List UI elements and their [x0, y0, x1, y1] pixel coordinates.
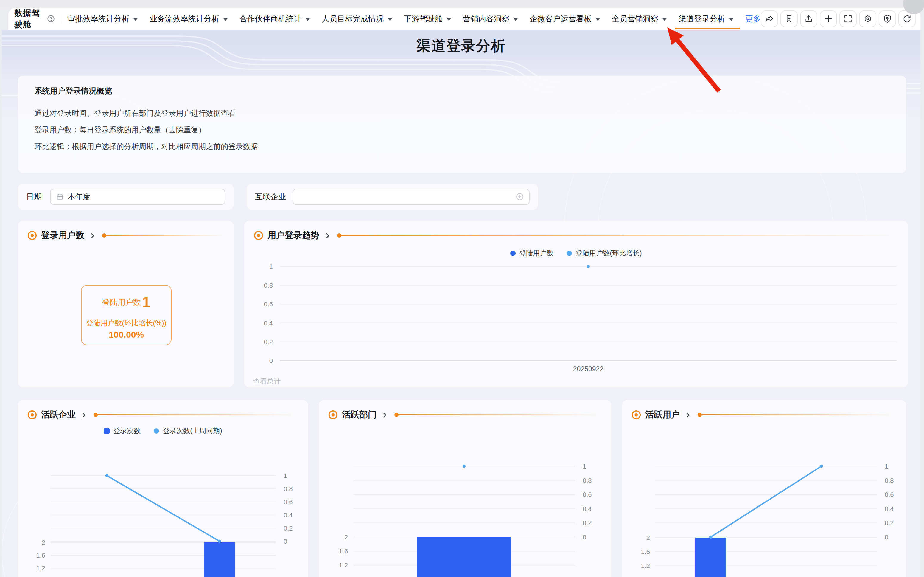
- caret-down-icon[interactable]: [729, 18, 734, 21]
- active-department-chart: 10.80.60.40.2021.61.20.80.40: [319, 400, 611, 577]
- caret-down-icon[interactable]: [387, 18, 393, 21]
- caret-down-icon[interactable]: [595, 18, 601, 21]
- caret-down-icon[interactable]: [133, 18, 138, 21]
- svg-text:1.6: 1.6: [339, 548, 348, 555]
- security-icon: [882, 14, 892, 24]
- svg-text:2: 2: [344, 533, 348, 541]
- svg-text:0.2: 0.2: [583, 519, 592, 527]
- svg-text:0.6: 0.6: [583, 491, 592, 498]
- svg-text:0: 0: [284, 538, 287, 545]
- svg-text:0: 0: [269, 357, 273, 364]
- action-export-button[interactable]: [800, 10, 817, 27]
- date-input[interactable]: 本年度: [50, 189, 225, 205]
- metric-value: 1: [142, 296, 150, 309]
- svg-text:1.2: 1.2: [36, 564, 45, 572]
- dashboard-viewport: 数据驾驶舱 审批效率统计分析业务流效率统计分析合作伙伴商机统计人员目标完成情况下…: [0, 0, 924, 577]
- refresh-icon: [902, 14, 912, 24]
- date-input-value: 本年度: [68, 192, 90, 202]
- share-icon: [765, 14, 774, 24]
- svg-text:0.4: 0.4: [264, 319, 273, 327]
- chevron-right-icon[interactable]: [88, 232, 96, 240]
- action-security-button[interactable]: [879, 10, 896, 27]
- nav-tab-6[interactable]: 企微客户运营看板: [530, 14, 601, 24]
- metric-label: 登陆用户数: [102, 297, 141, 308]
- settings-icon: [863, 14, 873, 24]
- action-bookmark-add-button[interactable]: [781, 10, 798, 27]
- svg-text:0.8: 0.8: [885, 477, 894, 484]
- nav-tab-label: 下游驾驶舱: [404, 14, 443, 24]
- add-icon: [824, 14, 833, 24]
- active-department-card: 活跃部门 10.80.60.40.2021.61.20.80.40: [319, 400, 611, 577]
- fullscreen-icon: [843, 14, 853, 24]
- svg-text:0.6: 0.6: [284, 498, 293, 506]
- nav-tab-label: 审批效率统计分析: [67, 14, 129, 24]
- caret-down-icon[interactable]: [446, 18, 452, 21]
- svg-text:0.8: 0.8: [339, 576, 348, 577]
- nav-tab-4[interactable]: 下游驾驶舱: [404, 14, 452, 24]
- nav-tab-label: 人员目标完成情况: [322, 14, 384, 24]
- svg-text:0: 0: [885, 533, 888, 541]
- growth-label: 登陆用户数(环比增长(%)): [86, 318, 166, 328]
- nav-tab-0[interactable]: 审批效率统计分析: [67, 14, 138, 24]
- svg-text:0.4: 0.4: [885, 505, 894, 513]
- enterprise-input[interactable]: [292, 189, 530, 205]
- overview-line-0: 通过对登录时间、登录用户所在部门及登录用户进行数据查看: [35, 105, 889, 121]
- nav-tab-3[interactable]: 人员目标完成情况: [322, 14, 393, 24]
- overview-card: 系统用户登录情况概览 通过对登录时间、登录用户所在部门及登录用户进行数据查看登录…: [18, 76, 906, 173]
- trend-card: 用户登录趋势 登陆用户数登陆用户数(环比增长) 10.80.60.40.2020…: [244, 221, 908, 387]
- nav-tabs: 审批效率统计分析业务流效率统计分析合作伙伴商机统计人员目标完成情况下游驾驶舱营销…: [67, 14, 734, 24]
- bookmark-add-icon: [784, 14, 794, 24]
- svg-text:0.8: 0.8: [583, 477, 592, 484]
- nav-tab-label: 合作伙伴商机统计: [239, 14, 301, 24]
- svg-text:0.2: 0.2: [885, 519, 894, 527]
- action-add-button[interactable]: [820, 10, 837, 27]
- login-users-header: 登录用户数: [27, 229, 224, 242]
- caret-down-icon[interactable]: [305, 18, 310, 21]
- nav-tab-7[interactable]: 全员营销洞察: [612, 14, 667, 24]
- action-fullscreen-button[interactable]: [839, 10, 857, 27]
- action-settings-button[interactable]: [859, 10, 876, 27]
- nav-tab-label: 营销内容洞察: [463, 14, 509, 24]
- navbar: 数据驾驶舱 审批效率统计分析业务流效率统计分析合作伙伴商机统计人员目标完成情况下…: [8, 8, 921, 30]
- nav-tab-2[interactable]: 合作伙伴商机统计: [239, 14, 310, 24]
- view-total-link[interactable]: 查看总计: [253, 377, 281, 386]
- login-users-card: 登录用户数 登陆用户数 1 登陆用户数(环比增长(%)) 100.00%: [18, 221, 233, 387]
- page-title: 渠道登录分析: [2, 36, 921, 55]
- svg-text:1.6: 1.6: [641, 548, 650, 556]
- nav-tab-8[interactable]: 渠道登录分析: [678, 14, 734, 24]
- caret-down-icon[interactable]: [223, 18, 228, 21]
- svg-text:2: 2: [646, 534, 650, 542]
- app-title: 数据驾驶舱: [14, 8, 43, 30]
- svg-text:2: 2: [42, 539, 45, 546]
- content-area: 渠道登录分析 系统用户登录情况概览 通过对登录时间、登录用户所在部门及登录用户进…: [2, 30, 921, 577]
- caret-down-icon[interactable]: [662, 18, 667, 21]
- nav-tab-label: 业务流效率统计分析: [149, 14, 219, 24]
- active-enterprise-chart: 10.80.60.40.2021.61.20.80.40: [18, 400, 308, 577]
- metric-main: 登陆用户数 1: [102, 296, 150, 309]
- svg-text:0.6: 0.6: [264, 300, 273, 308]
- caret-down-icon[interactable]: [513, 18, 518, 21]
- question-circle-icon[interactable]: [47, 15, 55, 23]
- svg-text:1: 1: [583, 463, 586, 470]
- enterprise-filter-card: 互联企业: [247, 184, 538, 210]
- svg-text:1.2: 1.2: [641, 562, 650, 569]
- svg-text:1: 1: [885, 463, 888, 470]
- more-link[interactable]: 更多: [745, 14, 761, 24]
- action-share-button[interactable]: [761, 10, 778, 27]
- circle-plus-icon[interactable]: [515, 192, 524, 201]
- nav-tab-5[interactable]: 营销内容洞察: [463, 14, 518, 24]
- section-title: 登录用户数: [41, 229, 84, 242]
- svg-text:1.6: 1.6: [36, 552, 45, 559]
- svg-text:20250922: 20250922: [573, 365, 604, 373]
- metric-box: 登陆用户数 1 登陆用户数(环比增长(%)) 100.00%: [81, 285, 172, 345]
- date-filter-card: 日期 本年度: [18, 184, 233, 210]
- export-icon: [804, 14, 813, 24]
- nav-tab-1[interactable]: 业务流效率统计分析: [149, 14, 228, 24]
- svg-text:1: 1: [269, 263, 273, 270]
- section-accent-line: [102, 235, 224, 236]
- overview-lines: 通过对登录时间、登录用户所在部门及登录用户进行数据查看登录用户数：每日登录系统的…: [35, 105, 889, 155]
- date-filter-label: 日期: [26, 192, 42, 202]
- nav-tab-label: 渠道登录分析: [678, 14, 725, 24]
- top-strip: [0, 0, 924, 8]
- svg-text:0: 0: [583, 533, 586, 541]
